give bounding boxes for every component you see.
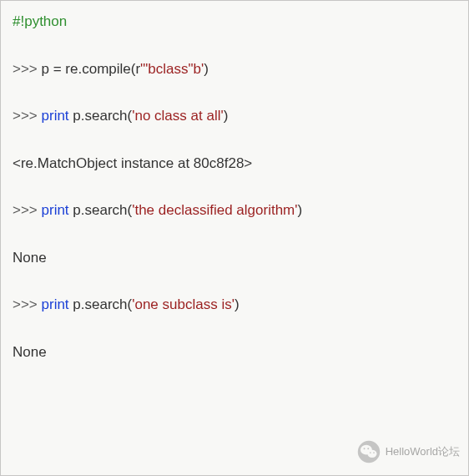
code-line-6: >>> print p.search('one subclass is') bbox=[13, 294, 456, 316]
string-literal: 'the declassified algorithm' bbox=[132, 202, 297, 218]
prompt: >>> bbox=[13, 202, 42, 218]
prompt: >>> bbox=[13, 296, 42, 312]
string-literal: '"bclass"b' bbox=[140, 61, 204, 77]
code-line-3: <re.MatchObject instance at 80c8f28> bbox=[13, 153, 456, 175]
code-text: p.search( bbox=[69, 202, 133, 218]
code-line-1: >>> p = re.compile(r'"bclass"b') bbox=[13, 58, 456, 80]
svg-point-6 bbox=[373, 452, 375, 453]
code-text: ) bbox=[224, 108, 229, 124]
keyword: print bbox=[42, 296, 69, 312]
code-text: p = re.compile(r bbox=[42, 61, 141, 77]
code-text: p.search( bbox=[69, 296, 133, 312]
code-text: p.search( bbox=[69, 108, 133, 124]
string-literal: 'no class at all' bbox=[132, 108, 224, 124]
prompt: >>> bbox=[13, 108, 42, 124]
keyword: print bbox=[42, 202, 69, 218]
code-line-2: >>> print p.search('no class at all') bbox=[13, 105, 456, 127]
code-text: ) bbox=[234, 296, 240, 312]
wechat-icon bbox=[357, 440, 381, 463]
shebang-text: #!python bbox=[13, 13, 67, 29]
prompt: >>> bbox=[13, 61, 42, 77]
svg-point-5 bbox=[370, 452, 371, 453]
watermark-text: HelloWorld论坛 bbox=[386, 444, 460, 459]
output-text: <re.MatchObject instance at 80c8f28> bbox=[13, 155, 252, 171]
string-literal: 'one subclass is' bbox=[132, 296, 234, 312]
code-line-7: None bbox=[13, 342, 456, 363]
svg-point-4 bbox=[367, 448, 369, 449]
svg-point-3 bbox=[363, 448, 365, 449]
code-line-5: None bbox=[13, 247, 456, 269]
code-line-shebang: #!python bbox=[13, 11, 456, 33]
code-line-4: >>> print p.search('the declassified alg… bbox=[13, 200, 456, 221]
output-text: None bbox=[13, 250, 47, 266]
code-text: ) bbox=[298, 202, 303, 218]
keyword: print bbox=[42, 108, 69, 124]
output-text: None bbox=[13, 344, 47, 360]
svg-point-2 bbox=[367, 450, 376, 458]
watermark: HelloWorld论坛 bbox=[357, 440, 460, 463]
code-text: ) bbox=[204, 61, 209, 77]
